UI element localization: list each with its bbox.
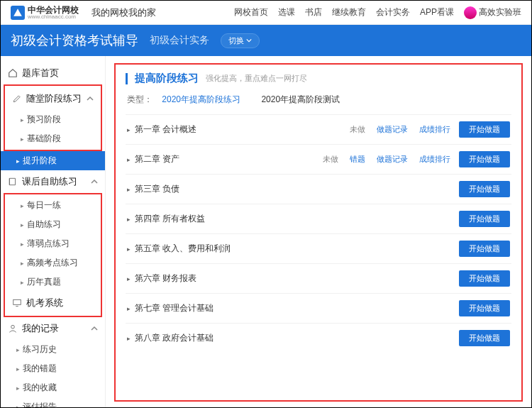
- sidebar-group-selfstudy[interactable]: 课后自助练习: [1, 170, 105, 193]
- caret-right-icon[interactable]: ▸: [127, 186, 131, 193]
- sidebar-item-basic[interactable]: 基础阶段: [5, 129, 101, 148]
- chapter-name[interactable]: 第四章 所有者权益: [135, 213, 450, 225]
- monitor-icon: [12, 298, 22, 308]
- chapter-link-rank[interactable]: 成绩排行: [419, 154, 450, 165]
- chapter-name[interactable]: 第三章 负债: [135, 183, 450, 195]
- avatar-icon: [464, 6, 477, 19]
- start-button[interactable]: 开始做题: [459, 211, 510, 227]
- user-icon: [8, 324, 18, 333]
- svg-rect-0: [13, 299, 21, 304]
- caret-right-icon[interactable]: ▸: [127, 126, 131, 133]
- sidebar-exam[interactable]: 机考系统: [5, 292, 101, 314]
- chapter-link-wrong[interactable]: 错题: [350, 154, 365, 165]
- book-icon: [8, 177, 18, 187]
- sidebar-item-report[interactable]: 评估报告: [1, 397, 105, 408]
- caret-right-icon[interactable]: ▸: [127, 305, 131, 312]
- chapter-name[interactable]: 第七章 管理会计基础: [135, 302, 450, 314]
- caret-right-icon[interactable]: ▸: [127, 156, 131, 163]
- page-banner: 初级会计资格考试辅导 初级会计实务 切换: [1, 25, 531, 56]
- logo-text-en: www.chinaacc.com: [28, 14, 79, 20]
- chapter-links: 未做做题记录成绩排行: [350, 124, 450, 135]
- type-label: 类型：: [127, 94, 153, 104]
- chapter-name[interactable]: 第二章 资产: [135, 153, 323, 165]
- top-links: 网校首页 选课 书店 继续教育 会计实务 APP看课 高效实验班: [234, 6, 521, 19]
- sidebar-group-label: 随堂阶段练习: [26, 92, 82, 105]
- highlight-box-2: 每日一练 自助练习 薄弱点练习 高频考点练习 历年真题 机考系统: [4, 193, 102, 317]
- user-menu[interactable]: 高效实验班: [464, 6, 521, 19]
- chapter-name[interactable]: 第八章 政府会计基础: [135, 332, 450, 344]
- logo-icon: [11, 6, 25, 20]
- caret-right-icon[interactable]: ▸: [127, 246, 131, 253]
- type-filter: 类型： 2020年提高阶段练习 2020年提高阶段测试: [126, 94, 511, 106]
- banner-sub: 初级会计实务: [150, 34, 209, 47]
- nav-link-course[interactable]: 选课: [278, 6, 295, 18]
- chapter-links: 未做错题做题记录成绩排行: [323, 154, 450, 165]
- sidebar-group-classroom[interactable]: 随堂阶段练习: [5, 87, 101, 110]
- slogan: 我的网校我的家: [92, 6, 156, 19]
- section-header: 提高阶段练习 强化提高，重点难点一网打尽: [126, 72, 511, 85]
- sidebar-item-wrong[interactable]: 我的错题: [1, 359, 105, 378]
- switch-label: 切换: [228, 35, 244, 46]
- chapter-link-undone[interactable]: 未做: [350, 124, 365, 135]
- chapter-row: ▸第四章 所有者权益开始做题: [126, 204, 511, 233]
- start-button[interactable]: 开始做题: [459, 151, 510, 167]
- chapter-row: ▸第一章 会计概述未做做题记录成绩排行开始做题: [126, 114, 511, 144]
- sidebar-group-label: 我的记录: [22, 322, 59, 335]
- start-button[interactable]: 开始做题: [459, 121, 510, 138]
- nav-link-practice[interactable]: 会计实务: [376, 6, 410, 18]
- sidebar-group-records[interactable]: 我的记录: [1, 317, 105, 340]
- sidebar-home[interactable]: 题库首页: [1, 62, 105, 84]
- chapter-link-record[interactable]: 做题记录: [377, 154, 408, 165]
- chapter-name[interactable]: 第一章 会计概述: [135, 123, 350, 136]
- svg-point-1: [11, 325, 15, 329]
- sidebar-group-label: 课后自助练习: [22, 175, 77, 188]
- chapter-row: ▸第八章 政府会计基础开始做题: [126, 323, 511, 353]
- logo[interactable]: 中华会计网校 www.chinaacc.com: [11, 6, 79, 20]
- sidebar-item-self[interactable]: 自助练习: [5, 215, 101, 234]
- sidebar-item-weak[interactable]: 薄弱点练习: [5, 234, 101, 253]
- nav-link-edu[interactable]: 继续教育: [332, 6, 366, 18]
- start-button[interactable]: 开始做题: [459, 241, 510, 257]
- chapter-name[interactable]: 第六章 财务报表: [135, 272, 450, 285]
- chapter-link-rank[interactable]: 成绩排行: [419, 124, 450, 135]
- chevron-down-icon: [246, 38, 252, 43]
- start-button[interactable]: 开始做题: [459, 270, 510, 287]
- caret-right-icon[interactable]: ▸: [127, 335, 131, 342]
- nav-link-shop[interactable]: 书店: [305, 6, 322, 18]
- type-tab-practice[interactable]: 2020年提高阶段练习: [162, 94, 240, 104]
- chapter-list: ▸第一章 会计概述未做做题记录成绩排行开始做题▸第二章 资产未做错题做题记录成绩…: [126, 114, 511, 353]
- chapter-row: ▸第五章 收入、费用和利润开始做题: [126, 233, 511, 263]
- chevron-up-icon: [91, 324, 98, 334]
- caret-right-icon[interactable]: ▸: [127, 216, 131, 223]
- start-button[interactable]: 开始做题: [459, 300, 510, 316]
- chevron-up-icon: [91, 177, 98, 187]
- chapter-link-record[interactable]: 做题记录: [377, 124, 408, 135]
- sidebar-item-freq[interactable]: 高频考点练习: [5, 253, 101, 272]
- caret-right-icon[interactable]: ▸: [127, 275, 131, 282]
- user-label: 高效实验班: [479, 6, 521, 18]
- start-button[interactable]: 开始做题: [459, 330, 510, 346]
- highlight-box-1: 随堂阶段练习 预习阶段 基础阶段: [4, 84, 102, 151]
- chapter-link-undone[interactable]: 未做: [323, 154, 338, 165]
- chapter-row: ▸第七章 管理会计基础开始做题: [126, 293, 511, 323]
- type-tab-test[interactable]: 2020年提高阶段测试: [261, 94, 340, 104]
- nav-link-app[interactable]: APP看课: [420, 6, 454, 18]
- sidebar-item-fav[interactable]: 我的收藏: [1, 378, 105, 397]
- sidebar-item-preview[interactable]: 预习阶段: [5, 110, 101, 129]
- sidebar-exam-label: 机考系统: [26, 297, 63, 309]
- section-title: 提高阶段练习: [135, 72, 199, 85]
- sidebar-item-history[interactable]: 练习历史: [1, 340, 105, 359]
- home-icon: [8, 68, 18, 78]
- nav-link-home[interactable]: 网校首页: [234, 6, 268, 18]
- sidebar-item-daily[interactable]: 每日一练: [5, 196, 101, 215]
- start-button[interactable]: 开始做题: [459, 181, 510, 197]
- chapter-name[interactable]: 第五章 收入、费用和利润: [135, 243, 450, 255]
- chapter-row: ▸第二章 资产未做错题做题记录成绩排行开始做题: [126, 144, 511, 174]
- chevron-up-icon: [87, 94, 94, 104]
- sidebar: 题库首页 随堂阶段练习 预习阶段 基础阶段 提升阶段 课后自助练习: [1, 56, 106, 408]
- sidebar-item-advance[interactable]: 提升阶段: [1, 151, 105, 170]
- top-nav: 中华会计网校 www.chinaacc.com 我的网校我的家 网校首页 选课 …: [1, 1, 531, 25]
- sidebar-item-past[interactable]: 历年真题: [5, 272, 101, 292]
- switch-button[interactable]: 切换: [221, 33, 260, 48]
- highlight-box-content: 提高阶段练习 强化提高，重点难点一网打尽 类型： 2020年提高阶段练习 202…: [114, 63, 523, 402]
